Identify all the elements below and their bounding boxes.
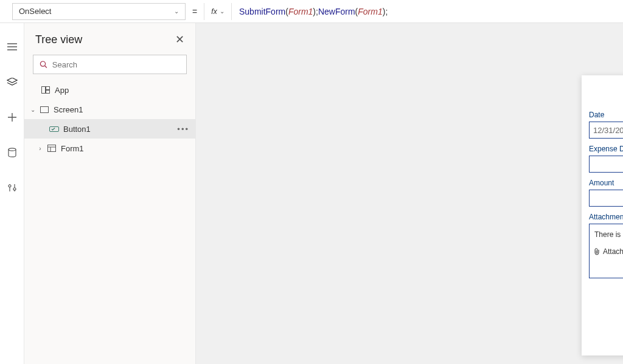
chevron-down-icon: ⌄ — [220, 8, 224, 15]
attachments-label: Attachments — [589, 213, 623, 221]
formula-fn: NewForm — [318, 7, 355, 16]
formula-ctl: Form1 — [358, 7, 382, 16]
property-select-value: OnSelect — [19, 7, 51, 16]
svg-point-0 — [9, 148, 16, 151]
tree-search[interactable] — [33, 55, 187, 74]
attach-file-label: Attach file — [603, 247, 623, 256]
form1-preview: Date 12/31/2001 Expense Details Amount A… — [589, 105, 623, 278]
amount-label: Amount — [589, 179, 623, 187]
tree-item-label: App — [55, 86, 69, 95]
attach-file-button[interactable]: Attach file — [590, 245, 623, 258]
design-canvas[interactable]: Date 12/31/2001 Expense Details Amount A… — [196, 23, 623, 364]
date-field: 12/31/2001 — [589, 122, 623, 139]
more-icon[interactable]: ••• — [177, 125, 189, 134]
close-icon[interactable]: ✕ — [175, 33, 184, 46]
settings-icon[interactable] — [6, 182, 18, 193]
chevron-down-icon: ⌄ — [174, 8, 179, 15]
tree-item-form1[interactable]: › Form1 — [24, 139, 195, 158]
amount-input[interactable] — [589, 190, 623, 207]
svg-rect-5 — [46, 87, 50, 90]
date-placeholder: 12/31/2001 — [593, 126, 623, 135]
fx-label: fx — [211, 7, 217, 16]
tree-item-label: Screen1 — [54, 105, 83, 114]
tree-item-app[interactable]: App — [24, 80, 195, 100]
tree-item-label: Form1 — [61, 144, 84, 153]
date-label: Date — [589, 111, 623, 119]
tree-search-input[interactable] — [52, 60, 180, 69]
tree-item-screen1[interactable]: ⌄ Screen1 — [24, 100, 195, 119]
svg-rect-4 — [42, 87, 46, 94]
svg-rect-6 — [46, 91, 50, 94]
search-icon — [40, 60, 47, 69]
svg-point-1 — [9, 185, 11, 187]
property-select[interactable]: OnSelect ⌄ — [12, 3, 186, 20]
attachments-box[interactable]: There is nothing attached. Attach file — [589, 224, 623, 278]
hamburger-icon[interactable] — [6, 41, 18, 52]
layers-icon[interactable] — [6, 77, 18, 88]
data-icon[interactable] — [6, 147, 18, 158]
svg-point-2 — [13, 188, 16, 190]
button-icon — [49, 125, 60, 132]
screen-icon — [39, 106, 50, 113]
fx-button[interactable]: fx ⌄ — [204, 3, 232, 20]
svg-rect-7 — [41, 106, 49, 112]
svg-rect-8 — [50, 127, 59, 132]
formula-input[interactable]: SubmitForm(Form1);NewForm(Form1); — [232, 7, 388, 16]
left-rail — [0, 23, 24, 364]
chevron-down-icon[interactable]: ⌄ — [29, 106, 37, 113]
tree-view-title: Tree view — [35, 33, 82, 46]
formula-fn: SubmitForm — [239, 7, 285, 16]
svg-point-3 — [40, 61, 45, 66]
expense-input[interactable] — [589, 156, 623, 173]
plus-icon[interactable] — [6, 112, 18, 123]
formula-ctl: Form1 — [288, 7, 313, 16]
chevron-right-icon[interactable]: › — [37, 145, 44, 152]
tree-view-header: Tree view ✕ — [24, 23, 195, 55]
date-input[interactable]: 12/31/2001 — [589, 122, 623, 139]
paperclip-icon — [594, 248, 600, 255]
tree-item-button1[interactable]: Button1 ••• — [24, 119, 195, 139]
tree-item-label: Button1 — [63, 125, 91, 134]
main-area: Tree view ✕ App ⌄ Screen1 — [0, 23, 623, 364]
app-icon — [40, 86, 51, 94]
formula-bar: OnSelect ⌄ = fx ⌄ SubmitForm(Form1);NewF… — [0, 0, 623, 23]
svg-rect-9 — [48, 145, 56, 152]
form-icon — [46, 145, 57, 152]
tree-view-panel: Tree view ✕ App ⌄ Screen1 — [24, 23, 196, 364]
expense-label: Expense Details — [589, 145, 623, 153]
attachments-empty-text: There is nothing attached. — [590, 224, 623, 245]
equals-label: = — [186, 7, 204, 16]
phone-surface: Date 12/31/2001 Expense Details Amount A… — [582, 75, 623, 355]
